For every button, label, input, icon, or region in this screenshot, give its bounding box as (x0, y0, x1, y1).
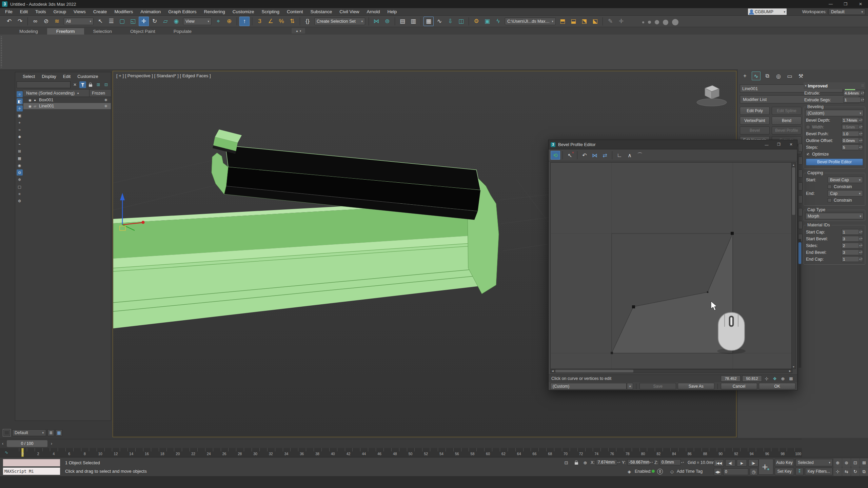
explorer-menu-item[interactable]: Select (19, 73, 38, 80)
select-and-scale-icon[interactable]: ▱ (160, 17, 171, 26)
update-profile-icon[interactable]: ⟲ (551, 151, 560, 160)
menu-item[interactable]: Rendering (200, 8, 229, 16)
maxscript-mini-listener-pink[interactable] (3, 459, 60, 467)
spinner[interactable]: ▲▼ (861, 97, 865, 103)
start-cap-dropdown[interactable]: Bevel Cap▾ (828, 177, 863, 183)
render-production-icon[interactable]: ϟ (493, 17, 503, 26)
viewport-label[interactable]: [ + ] [ Perspective ] [ Standard* ] [ Ed… (116, 73, 211, 78)
mirror-icon[interactable]: ⋈ (371, 17, 381, 26)
filter-particles-icon[interactable]: ✱ (17, 134, 23, 140)
delete-selection-icon[interactable]: ↖✕ (565, 151, 575, 160)
key-filter-icon[interactable]: ⁑ (795, 468, 804, 475)
explorer-menu-item[interactable]: Display (38, 73, 60, 80)
steps-field[interactable]: 5 (842, 144, 859, 150)
shield-icon[interactable]: ◈ (626, 468, 633, 475)
ribbon-grip[interactable] (1, 37, 2, 67)
layer-dropdown[interactable]: Default▾ (12, 429, 46, 436)
filter-shapes-icon[interactable]: ◧ (17, 98, 23, 104)
selection-set-key-dropdown[interactable]: Selected▾ (795, 459, 833, 466)
menu-item[interactable]: Customize (229, 8, 258, 16)
modifier-button[interactable]: Edit Poly (740, 107, 770, 115)
menu-item[interactable]: Animation (137, 8, 164, 16)
spinner[interactable]: ▲▼ (859, 138, 863, 143)
close-icon[interactable]: ✕ (853, 0, 868, 8)
minimize-icon[interactable]: — (823, 0, 838, 8)
select-by-name-icon[interactable]: ☰ (106, 17, 116, 26)
menu-item[interactable]: Civil View (336, 8, 363, 16)
menu-item[interactable]: Arnold (363, 8, 383, 16)
counter-badge[interactable]: 0 (657, 469, 663, 474)
zoom-region-icon[interactable]: ⊠ (788, 375, 794, 382)
start-constrain-checkbox[interactable] (828, 185, 832, 189)
undo-icon[interactable]: ↶ (4, 17, 14, 26)
maxscript-mini-listener[interactable]: MAXScript Mi (3, 467, 60, 475)
frozen-toggle-icon[interactable]: ✱ (97, 98, 114, 102)
auto-key-button[interactable]: Auto Key (775, 459, 794, 466)
bevel-depth-field[interactable]: 1.74mm (842, 117, 859, 123)
filter-frozen-icon[interactable]: ✲ (17, 177, 23, 183)
select-and-manipulate-icon[interactable]: ⊕ (224, 17, 234, 26)
time-slider[interactable]: 0 / 100 (7, 440, 47, 447)
redo-icon[interactable]: ↷ (15, 17, 25, 26)
modify-tab-icon[interactable]: ∿ (752, 72, 761, 80)
cap-type-dropdown[interactable]: Morph▾ (805, 213, 864, 219)
pan-icon[interactable]: ⊹ (833, 467, 842, 476)
select-and-move-icon[interactable]: ✛ (139, 17, 149, 26)
play-button[interactable]: ▶ (737, 459, 747, 467)
menu-item[interactable]: Scripting (258, 8, 283, 16)
display-tab-icon[interactable]: ▭ (785, 72, 794, 80)
material-id-field[interactable]: 3 (842, 249, 859, 255)
spinner[interactable]: ▲▼ (861, 90, 865, 96)
ok-button[interactable]: OK (759, 383, 795, 389)
y-coordinate-field[interactable]: -58.667mm (627, 459, 650, 465)
end-constrain-checkbox[interactable] (828, 198, 832, 202)
visibility-eye-icon[interactable]: ◉ (28, 98, 32, 102)
scrollbar-thumb[interactable] (798, 242, 801, 264)
explorer-menu-item[interactable]: Customize (74, 73, 101, 80)
save-button[interactable]: Save (639, 383, 676, 389)
filter-spacewarps-icon[interactable]: ≈ (17, 127, 23, 133)
bezier-corner-icon[interactable]: ∧ (625, 151, 634, 160)
set-key-button[interactable]: Set Key (775, 468, 794, 475)
material-id-field[interactable]: 1 (842, 256, 859, 262)
minimize-icon[interactable]: — (761, 141, 773, 148)
extrude-segs-field[interactable]: 1 (843, 97, 861, 103)
project-settings-icon[interactable]: ⬕ (590, 17, 600, 26)
filter-geometry-icon[interactable]: ○ (17, 91, 23, 97)
rollout-header[interactable]: ▾ Improved ⁞⁞ (804, 82, 865, 89)
end-cap-dropdown[interactable]: Cap▾ (828, 190, 863, 197)
menu-item[interactable]: Modifiers (111, 8, 137, 16)
zoom-extents-icon[interactable]: ⊡ (851, 459, 860, 467)
ribbon-tab[interactable]: Selection (84, 28, 121, 35)
align-icon[interactable]: ⊚ (382, 17, 392, 26)
z-coordinate-field[interactable]: 0.0mm (660, 459, 681, 465)
viewcube[interactable] (695, 81, 729, 108)
ribbon-tab[interactable]: Populate (164, 28, 201, 35)
window-crossing-icon[interactable]: ◱ (128, 17, 138, 26)
menu-item[interactable]: Views (70, 8, 90, 16)
project-open-icon[interactable]: ⬓ (568, 17, 578, 26)
create-tab-icon[interactable]: + (741, 72, 749, 80)
key-filters-button[interactable]: Key Filters... (805, 468, 833, 475)
ribbon-tab[interactable]: Modeling (10, 28, 47, 35)
layer-manager-icon[interactable]: ▦ (56, 429, 62, 436)
zoom-icon[interactable]: ⊕ (833, 459, 842, 467)
vertical-scrollbar[interactable]: ▲▼ (791, 162, 796, 369)
close-icon[interactable]: ✕ (785, 141, 797, 148)
schematic-view-icon[interactable]: ⇩ (445, 17, 455, 26)
orbit-icon[interactable]: ↻ (851, 467, 860, 476)
color-swatch-button[interactable] (3, 429, 11, 436)
material-id-field[interactable]: 2 (842, 243, 859, 248)
clear-search-icon[interactable]: ✕ (72, 81, 78, 88)
menu-item[interactable]: Group (50, 8, 70, 16)
scrollbar-thumb[interactable] (792, 167, 795, 215)
previous-frame-arrow[interactable]: ‹ (0, 440, 5, 447)
filter-cameras-icon[interactable]: ▣ (17, 113, 23, 119)
go-to-start-button[interactable]: |◀◀ (714, 459, 724, 467)
x-coordinate-field[interactable]: 7.674mm (596, 459, 617, 465)
modifier-button[interactable]: Edit Spline (772, 107, 802, 115)
modifier-button[interactable]: Bevel Profile (772, 126, 802, 135)
menu-item[interactable]: Graph Editors (164, 8, 200, 16)
zoom-all-icon[interactable]: ⊛ (842, 459, 851, 467)
rectangular-selection-icon[interactable]: ▢ (117, 17, 127, 26)
